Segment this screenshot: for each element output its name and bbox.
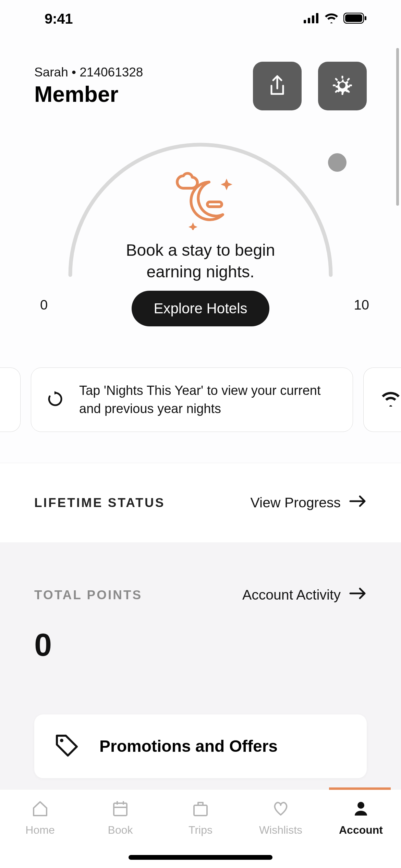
gauge-arc [60, 134, 341, 285]
explore-hotels-button[interactable]: Explore Hotels [132, 291, 269, 326]
svg-point-9 [339, 82, 345, 88]
refresh-icon [46, 390, 64, 409]
member-name: Sarah [34, 65, 68, 79]
tip-card-next[interactable] [363, 367, 401, 432]
share-button[interactable] [253, 62, 302, 110]
cellular-signal-icon [304, 13, 319, 25]
gauge-min: 0 [40, 297, 48, 313]
arrow-right-icon [349, 495, 367, 511]
arrow-right-icon [349, 587, 367, 603]
view-progress-link[interactable]: View Progress [250, 495, 367, 511]
gear-icon [333, 76, 352, 96]
member-tier: Member [34, 82, 143, 107]
user-icon [352, 799, 370, 819]
home-icon [31, 799, 49, 819]
svg-rect-2 [312, 15, 314, 23]
lifetime-status-label: Lifetime Status [34, 496, 165, 510]
home-indicator[interactable] [129, 855, 272, 860]
svg-point-14 [357, 802, 364, 809]
promotions-card[interactable]: Promotions and Offers [34, 714, 367, 778]
svg-rect-12 [114, 803, 127, 816]
battery-icon [343, 13, 367, 25]
calendar-icon [111, 799, 130, 819]
total-points-label: Total Points [34, 588, 142, 602]
tab-home[interactable]: Home [0, 789, 80, 868]
nights-gauge: 0 10 Book a stay to begin earning nights… [46, 134, 355, 326]
share-icon [267, 75, 287, 97]
tab-account[interactable]: Account [321, 789, 401, 868]
account-activity-link[interactable]: Account Activity [242, 587, 367, 603]
svg-rect-13 [194, 805, 207, 816]
lifetime-status-row[interactable]: Lifetime Status View Progress [0, 463, 401, 542]
account-header: Sarah • 214061328 Member [0, 38, 401, 110]
tip-card[interactable]: Tap 'Nights This Year' to view your curr… [31, 367, 353, 432]
gauge-max: 10 [354, 297, 369, 313]
suitcase-icon [191, 799, 210, 819]
gauge-marker [328, 153, 347, 172]
tip-text: Tap 'Nights This Year' to view your curr… [79, 382, 338, 418]
heart-icon [271, 799, 290, 819]
member-id-line: Sarah • 214061328 [34, 65, 143, 80]
wifi-icon [324, 13, 339, 25]
svg-rect-3 [316, 13, 318, 23]
svg-rect-0 [304, 20, 306, 23]
status-indicators [304, 13, 367, 25]
points-value: 0 [34, 627, 367, 663]
svg-rect-6 [365, 16, 366, 20]
status-time: 9:41 [45, 11, 73, 27]
wifi-icon [380, 391, 401, 408]
svg-point-11 [60, 739, 63, 742]
tip-carousel[interactable]: Tap 'Nights This Year' to view your curr… [0, 367, 401, 432]
tip-card-prev[interactable] [0, 367, 21, 432]
scroll-indicator[interactable] [396, 48, 399, 206]
status-bar: 9:41 [0, 0, 401, 38]
settings-button[interactable] [318, 62, 367, 110]
promotions-title: Promotions and Offers [99, 736, 278, 757]
svg-rect-1 [308, 18, 310, 23]
svg-rect-5 [345, 14, 362, 22]
tag-icon [53, 732, 80, 760]
member-id: 214061328 [80, 65, 143, 79]
